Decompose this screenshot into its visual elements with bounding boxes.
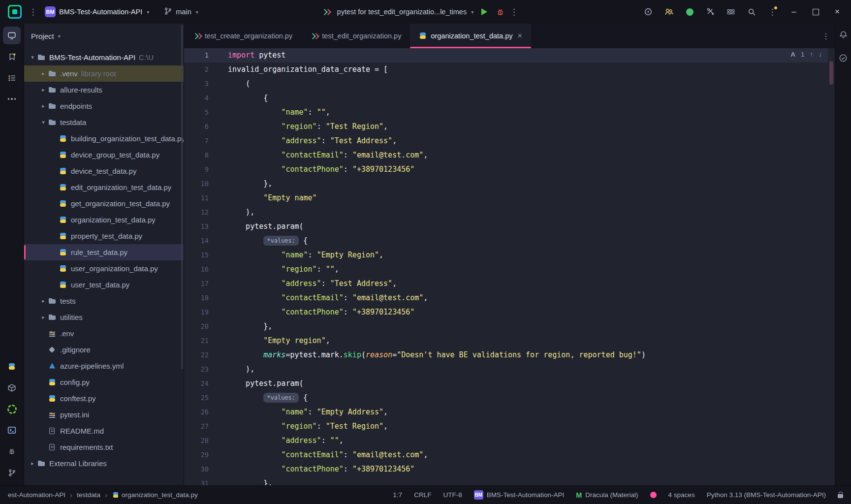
tree-item[interactable]: ▸allure-results [24,82,184,98]
tree-item[interactable]: property_test_data.py [24,228,184,244]
tree-item[interactable]: config.py [24,374,184,390]
plugins-atom-icon[interactable] [723,4,739,19]
editor-scrollbar[interactable] [828,48,835,485]
main-menu-icon[interactable]: ⋮ [27,7,39,17]
services-gear-icon[interactable] [3,400,21,418]
breadcrumb-item[interactable]: organization_test_data.py [112,491,198,499]
code-token [228,236,263,245]
tree-item[interactable]: rule_test_data.py [24,244,184,260]
tree-item[interactable]: README.md [24,423,184,439]
code-text: "region": "Test Region", [209,419,388,434]
tree-item[interactable]: ▾testdata [24,114,184,130]
theme-widget[interactable]: MDracula (Material) [576,491,638,499]
editor-tab-bar: test_create_organization.pytest_edit_org… [184,24,835,48]
version-control-icon[interactable] [3,464,21,481]
tree-item[interactable]: .gitignore [24,342,184,358]
inspections-status-icon[interactable] [839,54,848,64]
code-token: : [344,151,352,159]
tab-close-icon[interactable]: × [517,32,522,40]
window-maximize-button[interactable] [805,4,826,20]
service-status-icon[interactable] [682,4,697,19]
tree-item[interactable]: ▾BMS-Test-Automation-APIC:\U [24,49,184,65]
tree-item[interactable]: get_organization_test_data.py [24,195,184,212]
search-everywhere-icon[interactable] [744,4,759,19]
line-number: 25 [184,391,209,405]
code-token: , [339,436,344,445]
editor-tab[interactable]: test_create_organization.py [184,24,301,48]
tab-options-icon[interactable]: ⋮ [817,24,835,48]
python-interpreter[interactable]: Python 3.13 (BMS-Test-Automation-API) [707,491,826,499]
pycharm-logo[interactable] [8,5,22,19]
breadcrumb-item[interactable]: est-Automation-API [8,491,65,499]
breadcrumb-item[interactable]: testdata [77,491,100,499]
line-number: 24 [184,377,209,391]
tree-item[interactable]: device_test_data.py [24,163,184,179]
code-token [228,350,263,359]
tree-item[interactable]: conftest.py [24,390,184,407]
project-tree[interactable]: ▾BMS-Test-Automation-APIC:\U▸.venvlibrar… [24,48,184,485]
window-minimize-button[interactable]: – [783,4,805,20]
settings-more-icon[interactable]: ⋮ [764,4,780,19]
tree-item[interactable]: ▸utilities [24,309,184,325]
tree-item[interactable]: user_organization_data.py [24,260,184,277]
chevron-down-icon: ▾ [28,54,37,61]
next-occurrence-icon[interactable]: ↓ [819,51,822,58]
editor-tab[interactable]: organization_test_data.py× [410,24,531,48]
project-panel-header[interactable]: Project ▾ [24,24,184,48]
build-tools-icon[interactable] [702,4,718,19]
code-line: 5 "name": "", [184,105,828,120]
notifications-bell-icon[interactable] [839,31,848,41]
tree-item-label: endpoints [60,102,92,110]
run-button[interactable] [481,8,487,15]
caret-position[interactable]: 1:7 [393,491,402,499]
tree-item[interactable]: ▸External Libraries [24,455,184,472]
code-editor[interactable]: 1import pytest2invalid_organization_data… [184,48,835,485]
tree-item[interactable]: organization_test_data.py [24,212,184,228]
tree-item[interactable]: .env [24,325,184,342]
code-token: { [228,94,268,102]
code-token: reason [366,350,392,359]
tree-item[interactable]: user_test_data.py [24,277,184,293]
python-packages-icon[interactable] [3,379,21,397]
tree-item[interactable]: ▸.venvlibrary root [24,65,184,82]
editor-tab[interactable]: test_edit_organization.py [301,24,410,48]
bookmarks-icon[interactable] [3,48,21,65]
window-close-button[interactable]: × [826,4,848,20]
jetbrains-ai-icon[interactable] [640,4,656,19]
vcs-widget[interactable]: main ▾ [161,7,201,17]
python-console-icon[interactable] [3,358,21,376]
tree-item[interactable]: ▸tests [24,293,184,309]
tree-item[interactable]: pytest.ini [24,407,184,423]
tree-item[interactable]: building_organization_test_data.py [24,130,184,147]
readonly-lock[interactable] [838,492,843,498]
project-toolwindow-icon[interactable] [3,27,21,44]
accent-color-dot[interactable] [650,492,657,498]
code-with-me-users-icon[interactable] [661,4,677,19]
parameter-name-hint: *values: [263,393,299,403]
tree-item[interactable]: requirements.txt [24,439,184,455]
debug-button[interactable] [492,4,508,19]
terminal-icon[interactable] [3,421,21,439]
run-more-options-icon[interactable]: ⋮ [508,7,520,17]
problems-bug-icon[interactable] [3,442,21,460]
code-token: }, [228,322,272,331]
line-number: 2 [184,63,209,77]
line-number: 19 [184,305,209,319]
tree-item[interactable]: azure-pipelines.yml [24,358,184,374]
structure-icon[interactable] [3,69,21,87]
previous-occurrence-icon[interactable]: ↑ [810,51,814,58]
tree-item[interactable]: device_group_test_data.py [24,147,184,163]
line-separator[interactable]: CRLF [414,491,431,499]
tree-item[interactable]: edit_organization_test_data.py [24,179,184,195]
project-widget[interactable]: BMBMS-Test-Automation-API [474,490,565,500]
file-encoding[interactable]: UTF-8 [443,491,462,499]
indent-style[interactable]: 4 spaces [668,491,695,499]
pytest-run-icon [322,8,330,16]
more-toolwindows-icon[interactable] [3,90,21,108]
project-scrollbar[interactable] [181,25,183,369]
editor-scrollbar-thumb[interactable] [829,61,833,85]
run-configuration-widget[interactable]: pytest for test_edit_organizatio...le_ti… [319,8,477,16]
tree-item[interactable]: ▸endpoints [24,98,184,114]
project-widget[interactable]: BM BMS-Test-Automation-API ▾ [42,6,152,17]
tree-item-label: requirements.txt [60,443,113,451]
